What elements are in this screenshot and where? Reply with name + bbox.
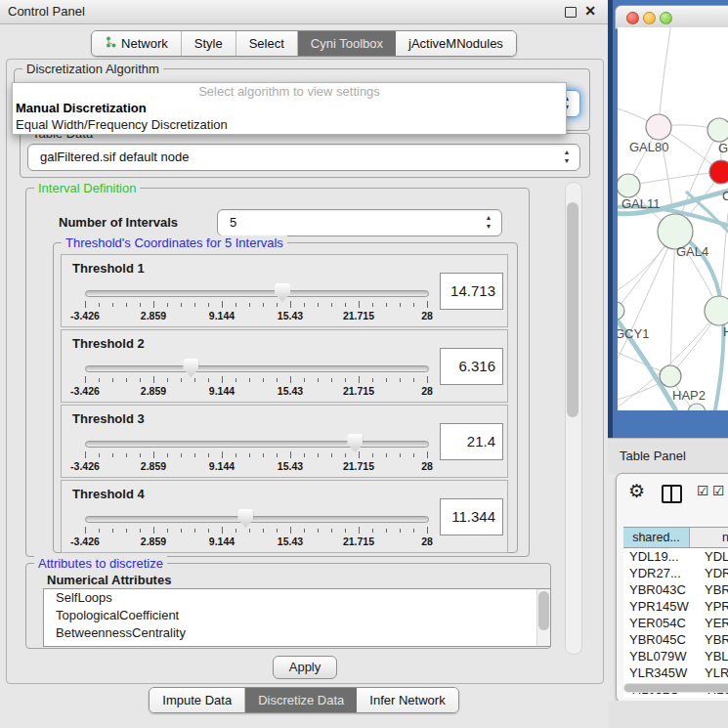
threshold-3-value-field[interactable]: 21.4: [440, 423, 503, 460]
column-header-name[interactable]: na: [690, 528, 728, 547]
slider-tick: [359, 527, 360, 534]
table-row[interactable]: YLR345WYLR3: [623, 664, 728, 681]
slider-thumb[interactable]: [347, 434, 363, 452]
attr-list-scrollbar-thumb[interactable]: [538, 591, 549, 630]
slider-tick: [386, 529, 387, 533]
zoom-traffic-light[interactable]: [660, 12, 672, 24]
network-node[interactable]: [660, 365, 681, 387]
content-scrollbar-thumb[interactable]: [567, 202, 578, 417]
checkbox-icon[interactable]: ☑: [712, 484, 725, 497]
dropdown-placeholder-item[interactable]: Select algorithm to view settings: [13, 83, 566, 100]
table-cell-name[interactable]: YDR2: [689, 565, 728, 581]
tab-network-label: Network: [121, 36, 168, 51]
table-header-row: shared... na: [623, 527, 728, 548]
table-row[interactable]: YER054CYER0: [623, 615, 728, 631]
close-icon[interactable]: ✕: [584, 3, 596, 19]
table-cell-shared-name[interactable]: YLR345W: [623, 664, 689, 681]
table-row[interactable]: YBR043CYBR0: [623, 581, 728, 598]
tab-impute-data[interactable]: Impute Data: [150, 688, 245, 712]
close-traffic-light[interactable]: [626, 12, 639, 24]
network-node[interactable]: [646, 114, 671, 140]
table-body: YDL19...YDL1YDR27...YDR2YBR043CYBR0YPR14…: [623, 548, 728, 698]
attribute-list-item[interactable]: SelfLoops: [44, 589, 550, 607]
slider-track[interactable]: [85, 441, 429, 448]
table-cell-shared-name[interactable]: YER054C: [623, 615, 689, 631]
float-window-icon[interactable]: [565, 7, 577, 18]
slider-tick-label: 28: [421, 310, 433, 321]
tab-network[interactable]: Network: [92, 31, 182, 56]
table-cell-name[interactable]: YDL1: [689, 548, 728, 565]
stepper-icon: ▲▼: [562, 148, 572, 165]
split-columns-icon[interactable]: [662, 485, 682, 503]
slider-tick: [277, 303, 278, 307]
slider-tick-label: 21.715: [343, 385, 374, 397]
dropdown-item-equal-width[interactable]: Equal Width/Frequency Discretization: [13, 116, 566, 133]
dropdown-item-manual-discretization[interactable]: Manual Discretization: [13, 100, 566, 116]
table-row[interactable]: YBR045CYBR0: [623, 631, 728, 648]
slider-tick: [345, 529, 346, 533]
gear-icon[interactable]: ⚙: [628, 482, 645, 500]
slider-tick: [263, 453, 264, 457]
slider-tick: [249, 303, 250, 307]
network-node[interactable]: [709, 160, 728, 184]
attribute-list-item[interactable]: BetweennessCentrality: [44, 624, 550, 642]
table-hscrollbar-track[interactable]: [623, 683, 728, 693]
table-cell-shared-name[interactable]: YBR043C: [623, 581, 689, 598]
network-node[interactable]: [707, 118, 728, 142]
table-cell-shared-name[interactable]: YDR27...: [623, 565, 689, 581]
tab-select[interactable]: Select: [236, 31, 298, 56]
slider-track[interactable]: [85, 365, 429, 372]
threshold-2-value-field[interactable]: 6.316: [440, 348, 503, 385]
slider-thumb[interactable]: [237, 509, 253, 528]
network-node[interactable]: [688, 404, 706, 410]
slider-track[interactable]: [85, 290, 429, 297]
minimize-traffic-light[interactable]: [643, 12, 656, 24]
slider-track[interactable]: [85, 516, 429, 523]
tab-jactivemnodules[interactable]: jActiveMNodules: [396, 31, 516, 56]
tab-cyni-toolbox[interactable]: Cyni Toolbox: [298, 31, 396, 56]
network-canvas[interactable]: GAL80GACGAL11GAL4GCY1HHAP2: [618, 27, 728, 410]
tab-discretize-data[interactable]: Discretize Data: [245, 688, 357, 712]
table-row[interactable]: YPR145WYPR1: [623, 598, 728, 615]
column-header-shared-name[interactable]: shared...: [623, 528, 690, 547]
slider-tick: [140, 453, 141, 457]
slider-tick: [331, 303, 332, 307]
table-row[interactable]: YBL079WYBL0: [623, 648, 728, 664]
network-edge: [659, 27, 671, 127]
table-cell-name[interactable]: YLR3: [689, 664, 728, 681]
table-cell-shared-name[interactable]: YBL079W: [623, 648, 689, 664]
tab-infer-network[interactable]: Infer Network: [357, 688, 457, 712]
slider-tick: [331, 453, 332, 457]
table-cell-name[interactable]: YBR0: [689, 631, 728, 648]
table-data-combobox[interactable]: galFiltered.sif default node ▲▼: [27, 144, 580, 171]
table-cell-name[interactable]: YER0: [689, 615, 728, 631]
table-cell-shared-name[interactable]: YPR145W: [623, 598, 689, 615]
network-node[interactable]: [705, 296, 728, 325]
table-hscrollbar-thumb[interactable]: [624, 684, 728, 692]
slider-thumb[interactable]: [183, 359, 198, 377]
threshold-1-label: Threshold 1: [72, 261, 145, 276]
table-cell-name[interactable]: YBR0: [689, 581, 728, 598]
apply-button[interactable]: Apply: [273, 656, 337, 679]
network-window-titlebar[interactable]: [615, 5, 728, 29]
checkbox-icon[interactable]: ☑: [697, 484, 709, 497]
slider-tick: [290, 301, 291, 308]
table-cell-name[interactable]: YBL0: [689, 648, 728, 664]
tab-style[interactable]: Style: [182, 31, 236, 56]
bottom-tabbar: Impute Data Discretize Data Infer Networ…: [0, 687, 608, 713]
table-cell-shared-name[interactable]: YBR045C: [623, 631, 689, 648]
slider-ticks: [85, 376, 427, 384]
attribute-list-item[interactable]: TopologicalCoefficient: [44, 607, 550, 624]
table-cell-name[interactable]: YPR1: [689, 598, 728, 615]
network-node[interactable]: [618, 174, 640, 197]
slider-thumb[interactable]: [275, 283, 290, 302]
number-of-intervals-combobox[interactable]: 5 ▲▼: [217, 209, 502, 236]
threshold-4-value-field[interactable]: 11.344: [440, 498, 503, 535]
table-cell-shared-name[interactable]: YDL19...: [623, 548, 689, 565]
network-node[interactable]: [618, 302, 624, 320]
threshold-1-value-field[interactable]: 14.713: [440, 273, 503, 310]
table-row[interactable]: YDR27...YDR2: [623, 565, 728, 581]
slider-tick: [99, 453, 100, 457]
slider-tick: [126, 303, 127, 307]
table-row[interactable]: YDL19...YDL1: [623, 548, 728, 565]
